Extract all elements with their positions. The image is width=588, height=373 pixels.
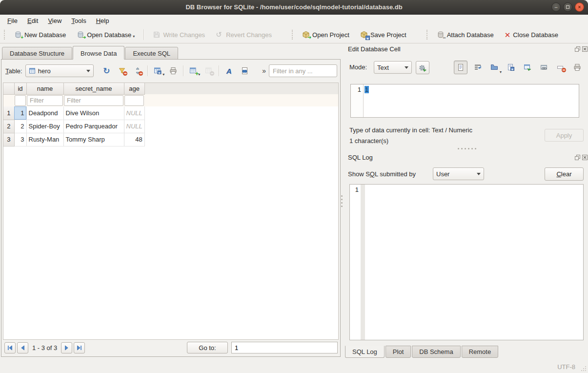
edit-display-format-button[interactable]: A [223,65,235,77]
grid-corner[interactable] [3,83,14,94]
cell-editor-toolbar: ▾ – [454,61,584,74]
sql-log-view[interactable]: 1 [349,184,584,340]
toolbar-separator [183,65,183,76]
import-data-button[interactable]: ▾ [488,61,501,74]
open-database-dropdown-icon[interactable]: ▾ [133,34,135,39]
last-page-button[interactable] [74,342,85,353]
row-header[interactable]: 3 [3,133,14,146]
open-project-button[interactable]: ➜ Open Project [299,29,353,41]
write-changes-button[interactable]: Write Changes [149,29,208,41]
cell-age[interactable]: 48 [124,133,144,146]
cell-value-text[interactable]: 1 [365,86,369,93]
cell-id[interactable]: 2 [14,120,26,133]
table-select[interactable]: hero [25,64,94,77]
column-header-secret-name[interactable]: secret_name [63,83,124,94]
row-header[interactable]: 2 [3,120,14,133]
save-table-dropdown-icon[interactable]: ▾ [162,72,164,77]
tab-database-structure[interactable]: Database Structure [2,47,72,60]
goto-button[interactable]: Go to: [187,342,228,353]
save-table-button[interactable]: ▾ [152,65,163,77]
tab-db-schema[interactable]: DB Schema [412,346,460,358]
resize-grip[interactable] [580,365,587,372]
tab-plot[interactable]: Plot [385,346,411,358]
sql-source-select[interactable]: User [433,167,484,180]
save-project-button[interactable]: Save Project [357,29,410,41]
word-wrap-button[interactable] [471,61,484,74]
pane-splitter-handle[interactable] [341,195,343,207]
dock-splitter-handle[interactable] [458,148,476,149]
close-database-button[interactable]: ✕ Close Database [501,29,562,41]
tab-execute-sql[interactable]: Execute SQL [125,47,178,60]
cell-value-editor[interactable]: 1 1 [350,84,579,118]
menu-tools[interactable]: Tools [67,16,90,26]
maximize-button[interactable] [563,2,572,12]
text-mode-button[interactable] [454,61,467,74]
float-dock-icon[interactable] [575,155,580,160]
copy-to-cell-button[interactable] [521,61,534,74]
tab-browse-data[interactable]: Browse Data [73,46,124,60]
minimize-button[interactable]: – [551,2,561,12]
first-page-button[interactable] [4,342,16,353]
column-header-name[interactable]: name [26,83,63,94]
cell-secret-name[interactable]: Tommy Sharp [63,133,124,146]
cell-name[interactable]: Deadpond [26,106,63,120]
toolbar-grip[interactable] [426,30,428,40]
clear-sort-button[interactable]: – [132,65,143,77]
filter-id-input[interactable] [15,95,26,106]
tab-remote[interactable]: Remote [462,346,499,358]
refresh-button[interactable]: ↻ [101,65,112,77]
previous-page-button[interactable] [17,342,28,353]
menu-file[interactable]: File [3,16,22,26]
menu-help[interactable]: Help [92,16,114,26]
row-header[interactable]: 1 [3,106,14,120]
export-window-icon [524,63,531,71]
column-header-age[interactable]: age [124,83,144,94]
open-in-browser-button[interactable] [538,61,550,74]
cell-id[interactable]: 3 [14,133,26,146]
attach-database-button[interactable]: ∞ Attach Database [433,29,497,41]
close-dock-icon[interactable] [582,46,588,52]
delete-record-button[interactable]: – [203,65,215,77]
cell-secret-name[interactable]: Dive Wilson [63,106,124,120]
cell-secret-name[interactable]: Pedro Parqueador [63,120,124,133]
set-null-button[interactable]: – [554,61,567,74]
open-database-button[interactable]: ➜ Open Database ▾ [73,29,138,41]
close-dock-icon[interactable] [582,155,588,160]
clear-filters-button[interactable]: – [116,65,128,77]
print-button[interactable] [167,65,179,77]
filter-any-input[interactable] [269,64,337,77]
filter-name-input[interactable] [27,95,63,106]
clear-log-button[interactable]: Clear [545,167,584,181]
menu-view[interactable]: View [43,16,66,26]
goto-input[interactable] [231,342,338,353]
close-button[interactable]: × [575,2,584,12]
revert-changes-button[interactable]: ↺ Revert Changes [212,29,275,41]
filter-secret-name-input[interactable] [64,95,123,106]
mode-select[interactable]: Text [374,61,412,74]
tab-sql-log[interactable]: SQL Log [345,346,385,358]
cell-name[interactable]: Spider-Boy [26,120,63,133]
cell-age[interactable]: NULL [124,106,144,120]
toolbar-grip[interactable] [292,30,294,40]
toolbar-overflow-chevron[interactable]: » [262,67,266,75]
window-title: DB Browser for SQLite - /home/user/code/… [185,3,402,11]
menu-edit[interactable]: Edit [23,16,42,26]
cell-name[interactable]: Rusty-Man [26,133,63,146]
filter-age-input[interactable] [124,95,144,106]
insert-record-dropdown-icon[interactable]: ▾ [198,72,200,77]
new-database-button[interactable]: + New Database [11,29,69,41]
cell-age[interactable]: NULL [124,120,144,133]
next-page-button[interactable] [61,342,72,353]
import-dropdown-icon[interactable]: ▾ [500,70,502,74]
print-cell-button[interactable] [571,61,584,74]
auto-switch-mode-button[interactable] [416,61,429,74]
apply-button[interactable]: Apply [545,129,584,142]
find-in-table-button[interactable] [239,65,250,77]
float-dock-icon[interactable] [575,46,580,52]
column-header-id[interactable]: id [14,83,26,94]
insert-record-button[interactable]: + ▾ [187,65,199,77]
export-data-button[interactable] [505,61,517,74]
save-table-icon [154,67,162,75]
cell-id[interactable]: 1 [14,106,26,120]
toolbar-grip[interactable] [4,30,6,40]
